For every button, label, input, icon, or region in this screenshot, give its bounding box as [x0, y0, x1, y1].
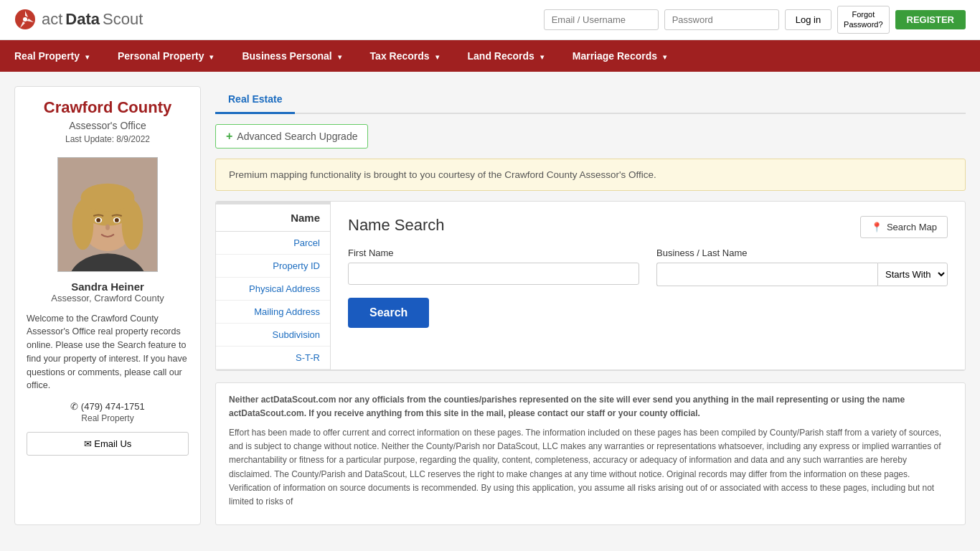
- search-nav-title: Name: [216, 204, 330, 232]
- svg-point-15: [96, 218, 100, 222]
- email-field[interactable]: [544, 9, 659, 30]
- phone-number: ✆ (479) 474-1751: [15, 401, 200, 412]
- svg-point-4: [23, 17, 27, 22]
- nav-item-land-records[interactable]: Land Records ▾: [453, 40, 558, 72]
- search-nav-property-id[interactable]: Property ID: [216, 255, 330, 278]
- last-update: Last Update: 8/9/2022: [15, 134, 200, 151]
- last-name-group: Business / Last Name Starts With Exact C…: [656, 248, 948, 286]
- last-name-input-group: Starts With Exact Contains: [656, 263, 948, 286]
- email-button[interactable]: ✉ Email Us: [27, 432, 189, 456]
- svg-point-17: [105, 224, 110, 230]
- search-button[interactable]: Search: [348, 298, 429, 328]
- assessor-role: Assessor, Crawford County: [15, 293, 200, 303]
- advanced-search-plus-icon: +: [226, 130, 232, 143]
- search-nav: Name Parcel Property ID Physical Address…: [216, 202, 331, 369]
- password-field[interactable]: [664, 9, 779, 30]
- svg-point-12: [81, 183, 135, 211]
- search-map-label: Search Map: [887, 222, 937, 232]
- first-name-label: First Name: [348, 248, 639, 258]
- search-nav-physical-address[interactable]: Physical Address: [216, 278, 330, 301]
- assessor-photo-svg: [58, 157, 157, 272]
- search-nav-subdivision[interactable]: Subdivision: [216, 324, 330, 347]
- search-nav-str[interactable]: S-T-R: [216, 347, 330, 369]
- map-pin-icon: 📍: [871, 222, 882, 232]
- sidebar-description: Welcome to the Crawford County Assessor'…: [15, 312, 200, 402]
- notice-box: Premium mapping functionality is brought…: [215, 159, 966, 191]
- tab-bar: Real Estate: [215, 86, 966, 114]
- logo: actDataScout: [14, 9, 143, 30]
- starts-with-select[interactable]: Starts With Exact Contains: [877, 263, 948, 286]
- assessor-photo: [15, 157, 200, 272]
- logo-data: Data: [65, 10, 100, 29]
- logo-scout: Scout: [103, 10, 143, 29]
- register-button[interactable]: REGISTER: [895, 10, 966, 29]
- search-panel: Name Parcel Property ID Physical Address…: [215, 201, 966, 371]
- first-name-group: First Name: [348, 248, 639, 286]
- header-right: Log in ForgotPassword? REGISTER: [544, 6, 966, 34]
- advanced-search-label: Advanced Search Upgrade: [237, 131, 357, 142]
- nav-item-marriage-records[interactable]: Marriage Records ▾: [558, 40, 681, 72]
- disclaimer-bold: Neither actDataScout.com nor any officia…: [229, 395, 905, 418]
- advanced-search-button[interactable]: + Advanced Search Upgrade: [215, 124, 368, 149]
- last-name-label: Business / Last Name: [656, 248, 948, 258]
- search-title: Name Search: [348, 216, 948, 235]
- sidebar: Crawford County Assessor's Office Last U…: [14, 86, 201, 526]
- phone-label: Real Property: [15, 413, 200, 423]
- login-button[interactable]: Log in: [785, 9, 831, 30]
- nav-item-real-property[interactable]: Real Property ▾: [0, 40, 103, 72]
- disclaimer-body: Effort has been made to offer current an…: [229, 426, 952, 509]
- nav-item-personal-property[interactable]: Personal Property ▾: [103, 40, 228, 72]
- main-nav: Real Property ▾ Personal Property ▾ Busi…: [0, 40, 980, 72]
- disclaimer: Neither actDataScout.com nor any officia…: [215, 382, 966, 526]
- search-map-button[interactable]: 📍 Search Map: [860, 216, 948, 238]
- nav-item-business-personal[interactable]: Business Personal ▾: [227, 40, 355, 72]
- search-nav-mailing-address[interactable]: Mailing Address: [216, 301, 330, 324]
- county-title: Crawford County: [15, 87, 200, 120]
- logo-act: act: [42, 10, 62, 29]
- tab-real-estate[interactable]: Real Estate: [215, 86, 295, 114]
- first-name-input[interactable]: [348, 263, 639, 285]
- forgot-password-button[interactable]: ForgotPassword?: [837, 6, 889, 34]
- main-container: Crawford County Assessor's Office Last U…: [0, 72, 980, 540]
- nav-item-tax-records[interactable]: Tax Records ▾: [356, 40, 453, 72]
- search-main: 📍 Search Map Name Search First Name Busi…: [331, 202, 965, 369]
- content-area: Real Estate + Advanced Search Upgrade Pr…: [215, 86, 966, 526]
- office-title: Assessor's Office: [15, 120, 200, 134]
- last-name-input[interactable]: [656, 263, 877, 286]
- assessor-name: Sandra Heiner: [15, 281, 200, 293]
- header: actDataScout Log in ForgotPassword? REGI…: [0, 0, 980, 40]
- logo-icon: [14, 9, 36, 30]
- search-fields: First Name Business / Last Name Starts W…: [348, 248, 948, 286]
- svg-point-16: [115, 218, 119, 222]
- search-panel-header: Name Parcel Property ID Physical Address…: [216, 202, 965, 370]
- search-nav-parcel[interactable]: Parcel: [216, 232, 330, 255]
